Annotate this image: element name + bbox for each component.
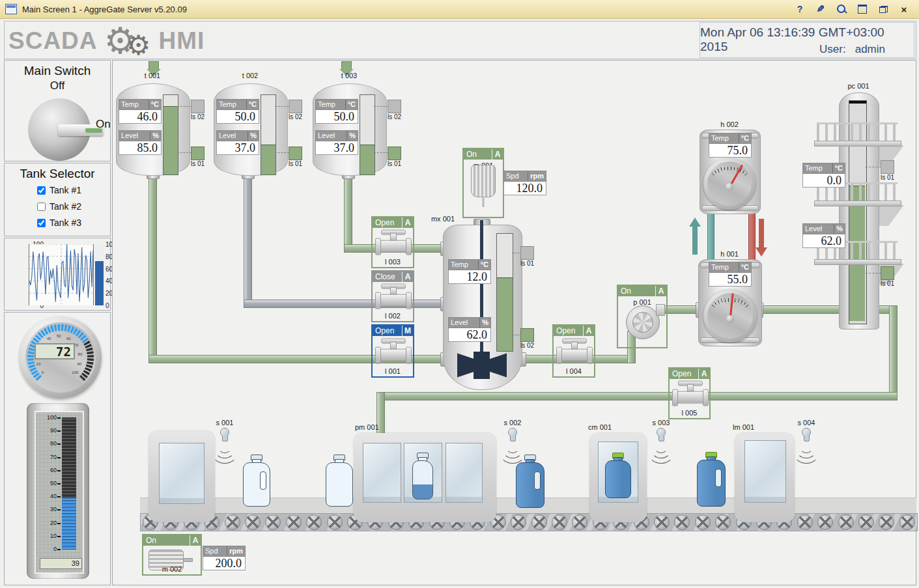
level-value: 37.0	[216, 141, 259, 155]
level-value: 62.0	[448, 328, 491, 342]
tank-t002-label: t 002	[232, 72, 268, 79]
conveyor-roller	[858, 514, 874, 530]
conveyor-roller	[286, 514, 302, 530]
tank1-checkbox-row[interactable]: Tank #1	[37, 185, 81, 195]
column-label: pc 001	[840, 82, 877, 90]
pump-p001[interactable]: OnA p 001	[617, 285, 668, 348]
machine-cm001	[589, 433, 647, 522]
spd-label: Spd	[506, 171, 519, 181]
sensor-s002: s 002	[498, 419, 527, 441]
valve-icon	[375, 284, 410, 314]
temp-unit: °C	[832, 163, 843, 173]
motor-m001[interactable]: OnA m 001	[462, 148, 504, 218]
radial-gauge-lcd: 72	[35, 343, 75, 359]
tank2-checkbox[interactable]	[37, 203, 46, 211]
conveyor-roller	[531, 514, 547, 530]
conveyor-roller	[817, 514, 833, 530]
tank-t002-level-fill	[261, 145, 276, 175]
tank1-checkbox[interactable]	[37, 186, 46, 195]
gauge-hub	[726, 315, 734, 323]
tank3-checkbox-row[interactable]: Tank #3	[37, 217, 81, 228]
motor-m002-speed-display: Spdrpm 200.0	[203, 546, 246, 570]
temp-label: Temp	[711, 133, 729, 143]
machine-glass	[159, 443, 205, 504]
main-switch-knob[interactable]	[28, 98, 91, 161]
heater-h001-label: h 001	[711, 250, 748, 258]
level-unit: %	[247, 131, 257, 141]
machine-1	[148, 431, 215, 522]
preview-icon[interactable]	[836, 3, 847, 15]
tank-t003-label: t 003	[331, 72, 367, 79]
edit-icon[interactable]: ✎	[815, 3, 827, 15]
tank2-label: Tank #2	[49, 201, 81, 212]
trend-chart: 020406080100 020406080100	[4, 238, 111, 311]
limit-switch-label: ls 02	[388, 113, 401, 120]
logo-hmi-text: HMI	[158, 27, 205, 55]
valve-state: Open	[672, 369, 691, 379]
sensor-label: s 002	[498, 419, 527, 427]
machine-lm001-label: lm 001	[733, 423, 754, 431]
mixer-level-fill	[497, 277, 513, 351]
heater-h001-temp-display: Temp°C 55.0	[709, 262, 752, 287]
datetime-panel: Mon Apr 06 13:16:39 GMT+03:00 2015 User:…	[700, 22, 914, 58]
limit-switch-t001-ls01	[191, 147, 205, 160]
sensor-link	[177, 106, 191, 107]
valve-l002[interactable]: CloseA l 002	[371, 270, 414, 322]
pipe-t001-down	[148, 175, 157, 361]
valve-label: l 004	[554, 367, 594, 375]
conveyor-roller	[306, 514, 322, 530]
level-label: Level	[451, 318, 468, 328]
main-switch-title: Main Switch	[5, 64, 110, 78]
pipe-t002-to-mixer	[244, 300, 449, 308]
limit-switch-t003-ls01	[388, 147, 401, 160]
conveyor-roller	[879, 514, 894, 530]
sensor-label: s 001	[210, 419, 239, 427]
tank-selector-panel: Tank Selector Tank #1 Tank #2 Tank #3	[4, 163, 111, 236]
valve-l001[interactable]: OpenM l 001	[371, 324, 414, 378]
pump-state: On	[621, 286, 631, 296]
tank-t002-temp-display: Temp°C 50.0	[216, 99, 259, 124]
temp-value: 0.0	[802, 174, 845, 188]
sensor-link	[275, 152, 289, 153]
limit-switch-t001-ls02	[191, 100, 205, 113]
temp-value: 46.0	[119, 110, 162, 124]
valve-mode-badge: A	[402, 217, 413, 228]
tank-t001-level-column	[163, 94, 178, 175]
temp-unit: °C	[739, 262, 749, 272]
main-switch-panel: Main Switch Off On	[4, 60, 111, 161]
close-icon[interactable]: ×	[898, 3, 910, 15]
conveyor-roller	[838, 514, 854, 530]
temp-label: Temp	[318, 100, 335, 109]
conveyor-roller	[511, 514, 526, 530]
bottle-capped	[697, 452, 726, 507]
header-band: SCADA ⚙ ⚙ HMI Mon Apr 06 13:16:39 GMT+03…	[4, 21, 916, 59]
restore-icon[interactable]	[877, 3, 889, 15]
help-icon[interactable]: ?	[794, 3, 806, 15]
title-bar[interactable]: Main Screen 1 - AggreGate Server v5.20.0…	[0, 0, 919, 19]
limit-switch-label: ls 01	[289, 160, 302, 167]
maximize-icon[interactable]	[856, 3, 868, 15]
temp-unit: °C	[478, 260, 488, 270]
valve-mode-badge: M	[402, 326, 413, 336]
tank-t001-label: t 001	[134, 72, 171, 79]
tank3-checkbox[interactable]	[37, 219, 46, 227]
temp-unit: °C	[345, 100, 356, 109]
tank2-checkbox-row[interactable]: Tank #2	[37, 201, 81, 212]
mixer-hub	[474, 352, 490, 379]
temp-value: 12.0	[448, 270, 491, 284]
valve-l004[interactable]: OpenA l 004	[552, 324, 595, 378]
motor-mode-badge: A	[190, 535, 201, 546]
level-label: Level	[219, 131, 236, 141]
sensor-link	[275, 106, 289, 107]
gauge-panel: 0102030405060708090100 72 10090807060504…	[4, 312, 111, 585]
valve-icon	[375, 339, 410, 369]
valve-l003[interactable]: OpenA l 003	[371, 216, 414, 268]
motor-m002[interactable]: OnA m 002	[142, 534, 202, 576]
user-label: User:	[819, 43, 846, 55]
mixer-shaft	[480, 220, 483, 365]
trend-left-axis: 020406080100	[10, 244, 27, 305]
sensor-s003: s 003	[647, 419, 675, 441]
heater-h002-temp-display: Temp°C 75.0	[709, 133, 752, 158]
valve-l005[interactable]: OpenA l 005	[668, 367, 711, 419]
temp-value: 55.0	[709, 273, 752, 287]
